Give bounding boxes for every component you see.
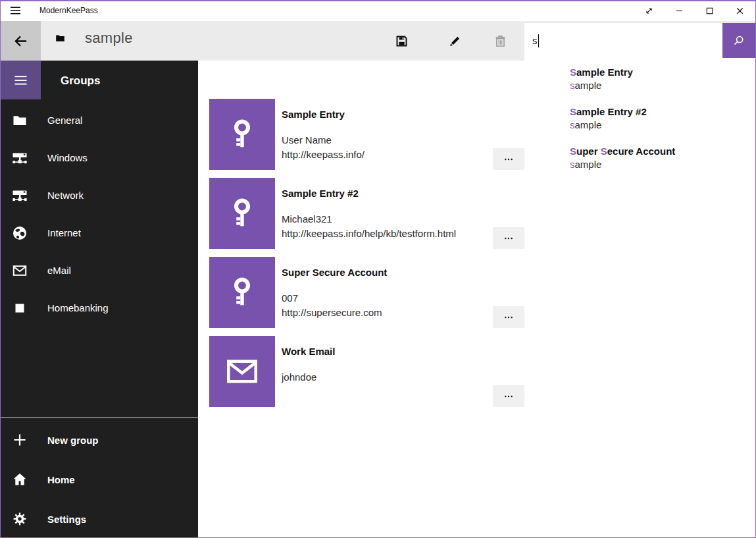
sidebar: Groups GeneralWindowsNetworkInterneteMai… — [0, 61, 198, 538]
suggestion-title: Super Secure Account — [570, 145, 749, 157]
entry-detail-line: http://supersecure.com — [282, 306, 382, 320]
entry-tile[interactable] — [209, 336, 275, 407]
suggestion-text: uper — [576, 146, 601, 157]
entry-row[interactable]: Sample EntryUser Namehttp://keepass.info… — [209, 99, 526, 170]
match-highlight: s — [570, 80, 575, 91]
suggestion-text: ample Entry #2 — [576, 106, 647, 117]
edit-button[interactable] — [439, 21, 470, 61]
delete-icon — [493, 34, 507, 48]
maximize-icon — [704, 5, 715, 16]
entry-detail-line: http://keepass.info/help/kb/testform.htm… — [282, 227, 456, 241]
network-icon — [12, 150, 28, 166]
close-button[interactable] — [724, 1, 755, 20]
nav-item-label: Internet — [47, 227, 81, 238]
sidebar-item-windows[interactable]: Windows — [0, 139, 198, 176]
entry-title: Super Secure Account — [282, 267, 387, 278]
search-suggestion-item[interactable]: Super Secure Accountsample — [570, 145, 749, 171]
nav-item-label: Homebanking — [47, 302, 109, 313]
entry-row[interactable]: Sample Entry #2Michael321http://keepass.… — [209, 178, 526, 249]
entry-details: User Namehttp://keepass.info/ — [282, 133, 365, 161]
match-highlight: s — [570, 119, 575, 130]
mail-icon — [224, 354, 260, 389]
nav-item-label: New group — [47, 435, 99, 446]
window-title: ModernKeePass — [39, 6, 98, 15]
suggestion-text: ample Entry — [576, 67, 633, 78]
entry-details: 007http://supersecure.com — [282, 291, 382, 319]
match-highlight: s — [570, 159, 575, 170]
fullscreen-button[interactable] — [634, 1, 664, 20]
sidebar-item-internet[interactable]: Internet — [0, 214, 198, 252]
entry-tile[interactable] — [209, 178, 275, 249]
search-suggestion-item[interactable]: Sample Entry #2sample — [570, 105, 749, 131]
ellipsis-icon — [500, 391, 517, 402]
entry-title: Work Email — [282, 346, 335, 357]
entry-details: Michael321http://keepass.info/help/kb/te… — [282, 212, 456, 240]
match-highlight: S — [570, 106, 576, 117]
key-icon — [224, 196, 260, 231]
sidebar-item-general[interactable]: General — [0, 101, 198, 139]
suggestion-title: Sample Entry — [570, 66, 749, 78]
entry-details: johndoe — [282, 370, 316, 385]
sidebar-item-homebanking[interactable]: Homebanking — [0, 289, 198, 327]
sidebar-action-new-group[interactable]: New group — [0, 420, 198, 460]
home-icon — [12, 471, 28, 487]
match-highlight: S — [601, 146, 607, 157]
nav-hamburger-button[interactable] — [0, 61, 41, 99]
sidebar-action-home[interactable]: Home — [0, 460, 198, 499]
folder-icon — [55, 33, 66, 43]
nav-item-label: eMail — [47, 265, 71, 276]
entry-row[interactable]: Work Emailjohndoe — [209, 336, 526, 407]
entry-more-button[interactable] — [493, 385, 524, 407]
suggestion-title: Sample Entry #2 — [570, 105, 749, 118]
entry-detail-line: Michael321 — [282, 212, 456, 227]
title-bar: ModernKeePass — [0, 0, 756, 21]
sidebar-item-network[interactable]: Network — [0, 176, 198, 214]
app-window: ModernKeePass sample s Sample Entrysampl… — [0, 0, 756, 538]
entry-more-button[interactable] — [493, 227, 524, 249]
close-icon — [734, 5, 745, 16]
suggestion-text: ecure Account — [607, 146, 676, 157]
delete-button — [484, 21, 516, 61]
text-caret — [538, 34, 539, 47]
sidebar-action-settings[interactable]: Settings — [0, 499, 198, 538]
entry-tile[interactable] — [209, 257, 275, 328]
entry-row[interactable]: Super Secure Account007http://supersecur… — [209, 257, 526, 328]
suggestion-subtitle: sample — [570, 158, 749, 171]
entry-detail-line: 007 — [282, 291, 382, 306]
search-input[interactable]: s — [524, 23, 722, 58]
sidebar-item-email[interactable]: eMail — [0, 252, 198, 289]
search-icon — [732, 34, 745, 47]
entry-more-button[interactable] — [493, 148, 524, 170]
group-list: GeneralWindowsNetworkInterneteMailHomeba… — [0, 101, 198, 327]
entry-detail-line: http://keepass.info/ — [282, 148, 365, 162]
edit-icon — [448, 34, 462, 48]
save-button[interactable] — [386, 21, 417, 61]
mail-icon — [12, 263, 28, 279]
entry-title: Sample Entry — [282, 109, 345, 120]
nav-item-label: Home — [47, 474, 75, 485]
nav-item-label: General — [47, 115, 82, 126]
back-button[interactable] — [0, 21, 41, 61]
hamburger-icon — [9, 4, 22, 17]
entry-more-button[interactable] — [493, 306, 524, 328]
nav-item-label: Network — [47, 190, 84, 201]
entry-detail-line: User Name — [282, 133, 365, 148]
search-button[interactable] — [722, 23, 755, 58]
minimize-icon — [674, 5, 685, 16]
plus-icon — [12, 432, 28, 448]
hamburger-icon — [12, 72, 30, 88]
minimize-button[interactable] — [664, 1, 694, 20]
suggestion-subtitle: sample — [570, 79, 749, 92]
ellipsis-icon — [500, 233, 517, 244]
back-arrow-icon — [13, 34, 28, 49]
ellipsis-icon — [500, 154, 517, 165]
window-controls — [634, 1, 755, 20]
entry-title: Sample Entry #2 — [282, 188, 359, 199]
network-icon — [12, 188, 28, 203]
entry-tile[interactable] — [209, 99, 275, 170]
resize-diagonal-icon — [643, 5, 655, 16]
search-suggestion-item[interactable]: Sample Entrysample — [570, 66, 749, 92]
maximize-button[interactable] — [694, 1, 724, 20]
search-suggestions-panel: Sample EntrysampleSample Entry #2sampleS… — [524, 58, 755, 178]
square-icon — [12, 300, 28, 316]
